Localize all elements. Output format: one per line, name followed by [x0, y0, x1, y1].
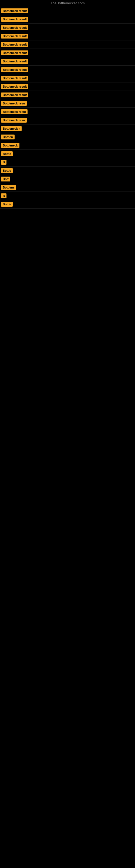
list-item[interactable]: Bottleneck [0, 141, 135, 150]
list-item[interactable]: Bottleneck resu [0, 99, 135, 108]
bottleneck-badge: B [1, 160, 6, 165]
list-item[interactable]: Bottleneck result [0, 57, 135, 66]
list-item[interactable]: Bottleneck result [0, 49, 135, 57]
list-item[interactable]: B [0, 192, 135, 200]
list-item[interactable]: Bottle [0, 150, 135, 158]
list-item[interactable]: Bott [0, 175, 135, 183]
bottleneck-badge: Bottleneck resul [1, 109, 28, 114]
list-item[interactable]: Bottleneck result [0, 91, 135, 99]
list-item[interactable]: Bottleneck result [0, 32, 135, 40]
bottleneck-badge: Bottleneck resu [1, 101, 27, 106]
bottleneck-badge: Bottleneck result [1, 17, 28, 22]
site-title: TheBottlenecker.com [0, 0, 135, 7]
list-item[interactable]: Bottleneck result [0, 40, 135, 49]
bottleneck-badge: Bottleneck result [1, 34, 28, 38]
list-item[interactable]: Bottleneck result [0, 24, 135, 32]
list-item[interactable]: Bottleneck resul [0, 108, 135, 116]
bottleneck-badge: Bottleneck resu [1, 118, 27, 123]
list-item[interactable]: Bottleneck result [0, 15, 135, 24]
bottleneck-badge: Bottlen [1, 134, 14, 140]
bottleneck-badge: Bottleneck r [1, 126, 21, 131]
bottleneck-badge: Bottleneck result [1, 76, 28, 81]
bottleneck-badge: Bottlens [1, 185, 16, 190]
bottleneck-badge: Bottleneck result [1, 67, 28, 72]
bottleneck-badge: Bottleneck result [1, 8, 28, 13]
list-item[interactable]: Bottle [0, 166, 135, 175]
bottleneck-badge: Bottleneck result [1, 51, 28, 55]
bottleneck-badge: Bottle [1, 202, 13, 207]
list-item[interactable]: Bottleneck result [0, 74, 135, 83]
bottleneck-badge: Bott [1, 177, 10, 182]
bottleneck-badge: Bottleneck result [1, 59, 28, 64]
list-item[interactable]: Bottleneck result [0, 7, 135, 15]
list-item[interactable]: Bottle [0, 200, 135, 209]
bottleneck-badge: Bottle [1, 168, 13, 173]
list-item[interactable]: Bottleneck r [0, 124, 135, 133]
list-item[interactable]: Bottleneck resu [0, 116, 135, 124]
list-item[interactable]: Bottleneck result [0, 66, 135, 74]
list-item[interactable]: Bottlen [0, 133, 135, 141]
results-list: Bottleneck resultBottleneck resultBottle… [0, 7, 135, 209]
bottleneck-badge: Bottleneck result [1, 42, 28, 47]
list-item[interactable]: Bottlens [0, 183, 135, 192]
bottleneck-badge: Bottleneck result [1, 93, 28, 97]
bottleneck-badge: Bottleneck result [1, 25, 28, 30]
bottleneck-badge: Bottleneck result [1, 84, 28, 89]
bottleneck-badge: B [1, 193, 6, 198]
bottleneck-badge: Bottleneck [1, 143, 19, 148]
list-item[interactable]: Bottleneck result [0, 83, 135, 91]
list-item[interactable]: B [0, 158, 135, 166]
bottleneck-badge: Bottle [1, 151, 13, 156]
